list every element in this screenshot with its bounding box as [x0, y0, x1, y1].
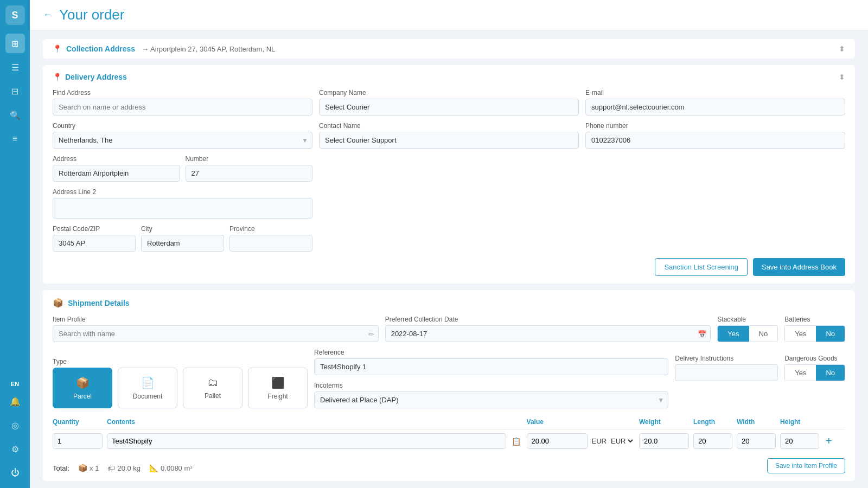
phone-group: Phone number [585, 122, 845, 149]
address2-input[interactable] [53, 198, 312, 219]
contact-name-group: Contact Name [319, 122, 579, 149]
col-header-quantity: Quantity [53, 415, 107, 429]
sidebar: S ⊞ ☰ ⊟ 🔍 ≡ EN 🔔 ◎ ⚙ ⏻ [0, 0, 30, 488]
total-volume: 📐 0.0080 m³ [149, 464, 193, 472]
currency-select[interactable]: EUR USD GBP [609, 436, 635, 446]
save-address-button[interactable]: Save into Address Book [753, 258, 845, 276]
parcel-label: Parcel [73, 393, 92, 400]
batteries-yes-button[interactable]: Yes [785, 326, 816, 342]
col-header-length: Length [693, 415, 737, 429]
email-input[interactable] [585, 99, 845, 115]
type-document[interactable]: 📄 Document [118, 368, 177, 408]
company-name-label: Company Name [319, 89, 579, 97]
row-width-input[interactable] [737, 433, 776, 449]
find-address-group: Find Address [53, 89, 312, 115]
delivery-address-toggle[interactable]: ⬍ [839, 73, 845, 81]
province-label: Province [229, 225, 312, 233]
language-label: EN [11, 381, 19, 387]
sanction-list-button[interactable]: Sanction List Screening [655, 258, 748, 276]
sidebar-item-search[interactable]: 🔍 [5, 105, 25, 125]
col-header-width: Width [737, 415, 780, 429]
incoterms-label: Incoterms [314, 382, 668, 389]
row-value-input[interactable] [527, 433, 588, 449]
item-profile-edit-icon[interactable]: ✏ [368, 330, 374, 338]
preferred-date-input[interactable] [385, 325, 711, 342]
pallet-label: Pallet [205, 392, 221, 400]
country-label: Country [53, 122, 312, 130]
sidebar-item-notifications[interactable]: 🔔 [5, 391, 25, 411]
total-row: Total: 📦 x 1 🏷 20.0 kg 📐 0.0080 m³ [53, 464, 193, 472]
collection-address-toggle[interactable]: ⬍ [839, 44, 845, 53]
number-input[interactable] [186, 165, 313, 182]
address2-label: Address Line 2 [53, 188, 312, 196]
type-freight[interactable]: ⬛ Freight [248, 368, 308, 408]
stackable-yes-button[interactable]: Yes [718, 326, 749, 342]
city-label: City [141, 225, 224, 233]
volume-icon: 📐 [149, 464, 158, 472]
phone-input[interactable] [585, 132, 845, 149]
col-header-value: Value [527, 415, 592, 429]
col-header-contents: Contents [107, 415, 510, 429]
main-content: ← Your order 📍 Collection Address → Airp… [30, 0, 868, 488]
type-pallet[interactable]: 🗂 Pallet [183, 368, 242, 408]
type-parcel[interactable]: 📦 Parcel [53, 368, 112, 408]
dangerous-goods-no-button[interactable]: No [816, 365, 845, 381]
country-input[interactable] [53, 132, 312, 149]
shipment-details-section: 📦 Shipment Details Item Profile ✏ Prefer… [43, 290, 855, 481]
postal-input[interactable] [53, 235, 136, 252]
sidebar-item-integrations[interactable]: ◎ [5, 415, 25, 435]
contact-name-label: Contact Name [319, 122, 579, 130]
add-row-button[interactable]: + [824, 433, 834, 450]
items-table: Quantity Contents Value Weight Length Wi… [53, 415, 845, 453]
province-input[interactable] [229, 235, 312, 252]
location-icon: 📍 [53, 44, 62, 53]
table-row: 📋 EUR EUR USD GBP [53, 429, 845, 453]
document-label: Document [133, 393, 163, 400]
reference-input[interactable] [314, 358, 668, 375]
incoterms-input[interactable] [314, 391, 668, 408]
save-item-profile-button[interactable]: Save into Item Profile [767, 458, 845, 473]
sidebar-item-analytics[interactable]: ⊟ [5, 81, 25, 101]
item-profile-input[interactable] [53, 325, 379, 342]
city-group: City [141, 225, 224, 252]
company-name-input[interactable] [319, 99, 579, 115]
page-title: Your order [59, 7, 124, 23]
row-contents-icon[interactable]: 📋 [512, 437, 521, 446]
address-input[interactable] [53, 165, 180, 182]
row-height-input[interactable] [780, 433, 819, 449]
sidebar-item-logout[interactable]: ⏻ [5, 463, 25, 483]
stackable-no-button[interactable]: No [749, 326, 778, 342]
stackable-toggle: Yes No [717, 325, 778, 342]
row-contents-input[interactable] [107, 433, 506, 449]
sidebar-item-filters[interactable]: ≡ [5, 129, 25, 149]
type-group: Type 📦 Parcel 📄 Document 🗂 Pallet [53, 358, 308, 408]
find-address-label: Find Address [53, 89, 312, 97]
col-header-weight: Weight [639, 415, 693, 429]
pallet-icon: 🗂 [207, 376, 218, 389]
dangerous-goods-group: Dangerous Goods Yes No [784, 355, 845, 408]
row-length-input[interactable] [693, 433, 732, 449]
back-button[interactable]: ← [43, 9, 53, 21]
city-input[interactable] [141, 235, 224, 252]
type-label: Type [53, 358, 308, 365]
delivery-address-title: 📍 Delivery Address [53, 73, 127, 81]
collection-address-label: Collection Address [66, 44, 135, 53]
dangerous-goods-yes-button[interactable]: Yes [785, 365, 816, 381]
delivery-instructions-group: Delivery Instructions [675, 355, 778, 408]
calendar-icon[interactable]: 📅 [698, 330, 706, 338]
preferred-date-label: Preferred Collection Date [385, 316, 711, 323]
find-address-input[interactable] [53, 99, 312, 115]
row-weight-input[interactable] [639, 433, 689, 449]
sidebar-logo: S [5, 5, 25, 25]
weight-icon: 🏷 [107, 464, 115, 472]
delivery-instructions-input[interactable] [675, 364, 778, 381]
parcel-icon: 📦 [76, 376, 90, 389]
contact-name-input[interactable] [319, 132, 579, 149]
sidebar-item-settings[interactable]: ⚙ [5, 439, 25, 459]
col-header-height: Height [780, 415, 824, 429]
batteries-no-button[interactable]: No [816, 326, 845, 342]
row-quantity-input[interactable] [53, 433, 103, 449]
sidebar-item-dashboard[interactable]: ⊞ [5, 34, 25, 53]
sidebar-item-orders[interactable]: ☰ [5, 57, 25, 77]
item-profile-group: Item Profile ✏ [53, 316, 379, 342]
